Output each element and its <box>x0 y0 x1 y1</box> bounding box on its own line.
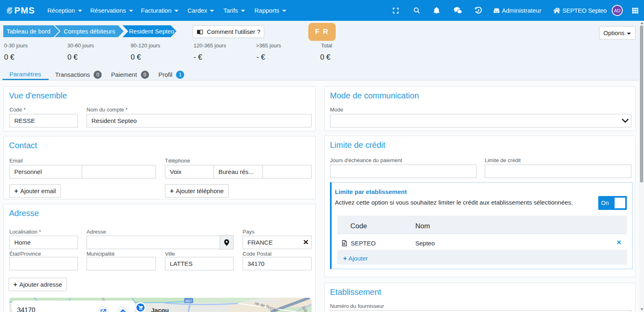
svg-text:Jacou: Jacou <box>151 307 169 312</box>
svg-text:M67: M67 <box>185 299 192 303</box>
